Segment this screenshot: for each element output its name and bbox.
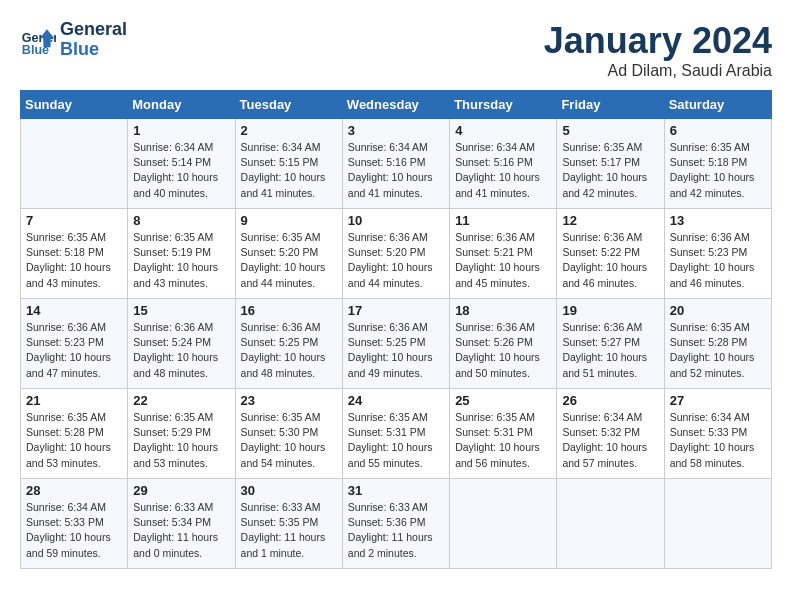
day-info: Sunrise: 6:35 AM Sunset: 5:18 PM Dayligh… [670, 140, 766, 201]
calendar-cell: 1Sunrise: 6:34 AM Sunset: 5:14 PM Daylig… [128, 119, 235, 209]
calendar-cell [664, 479, 771, 569]
weekday-header-friday: Friday [557, 91, 664, 119]
week-row-4: 21Sunrise: 6:35 AM Sunset: 5:28 PM Dayli… [21, 389, 772, 479]
day-info: Sunrise: 6:36 AM Sunset: 5:23 PM Dayligh… [26, 320, 122, 381]
day-info: Sunrise: 6:36 AM Sunset: 5:25 PM Dayligh… [241, 320, 337, 381]
day-number: 11 [455, 213, 551, 228]
day-number: 16 [241, 303, 337, 318]
day-info: Sunrise: 6:36 AM Sunset: 5:26 PM Dayligh… [455, 320, 551, 381]
weekday-header-tuesday: Tuesday [235, 91, 342, 119]
day-number: 23 [241, 393, 337, 408]
day-number: 6 [670, 123, 766, 138]
calendar-cell: 15Sunrise: 6:36 AM Sunset: 5:24 PM Dayli… [128, 299, 235, 389]
day-number: 26 [562, 393, 658, 408]
day-number: 27 [670, 393, 766, 408]
day-number: 8 [133, 213, 229, 228]
calendar-cell: 29Sunrise: 6:33 AM Sunset: 5:34 PM Dayli… [128, 479, 235, 569]
day-number: 3 [348, 123, 444, 138]
logo-icon: General Blue [20, 22, 56, 58]
calendar-cell: 27Sunrise: 6:34 AM Sunset: 5:33 PM Dayli… [664, 389, 771, 479]
calendar-cell: 2Sunrise: 6:34 AM Sunset: 5:15 PM Daylig… [235, 119, 342, 209]
title-block: January 2024 Ad Dilam, Saudi Arabia [544, 20, 772, 80]
calendar-cell: 31Sunrise: 6:33 AM Sunset: 5:36 PM Dayli… [342, 479, 449, 569]
calendar-cell: 20Sunrise: 6:35 AM Sunset: 5:28 PM Dayli… [664, 299, 771, 389]
day-number: 20 [670, 303, 766, 318]
calendar-cell: 14Sunrise: 6:36 AM Sunset: 5:23 PM Dayli… [21, 299, 128, 389]
day-number: 24 [348, 393, 444, 408]
day-number: 29 [133, 483, 229, 498]
day-number: 31 [348, 483, 444, 498]
calendar-cell: 7Sunrise: 6:35 AM Sunset: 5:18 PM Daylig… [21, 209, 128, 299]
day-number: 10 [348, 213, 444, 228]
day-number: 2 [241, 123, 337, 138]
day-info: Sunrise: 6:35 AM Sunset: 5:20 PM Dayligh… [241, 230, 337, 291]
calendar-cell: 13Sunrise: 6:36 AM Sunset: 5:23 PM Dayli… [664, 209, 771, 299]
calendar-cell: 11Sunrise: 6:36 AM Sunset: 5:21 PM Dayli… [450, 209, 557, 299]
weekday-header-sunday: Sunday [21, 91, 128, 119]
week-row-3: 14Sunrise: 6:36 AM Sunset: 5:23 PM Dayli… [21, 299, 772, 389]
day-info: Sunrise: 6:35 AM Sunset: 5:30 PM Dayligh… [241, 410, 337, 471]
day-info: Sunrise: 6:36 AM Sunset: 5:22 PM Dayligh… [562, 230, 658, 291]
day-number: 18 [455, 303, 551, 318]
calendar-cell: 28Sunrise: 6:34 AM Sunset: 5:33 PM Dayli… [21, 479, 128, 569]
page-header: General Blue General Blue January 2024 A… [20, 20, 772, 80]
week-row-1: 1Sunrise: 6:34 AM Sunset: 5:14 PM Daylig… [21, 119, 772, 209]
day-number: 4 [455, 123, 551, 138]
day-number: 25 [455, 393, 551, 408]
calendar-cell: 30Sunrise: 6:33 AM Sunset: 5:35 PM Dayli… [235, 479, 342, 569]
day-number: 28 [26, 483, 122, 498]
logo-line2: Blue [60, 40, 127, 60]
logo-line1: General [60, 20, 127, 40]
calendar-cell: 3Sunrise: 6:34 AM Sunset: 5:16 PM Daylig… [342, 119, 449, 209]
day-number: 9 [241, 213, 337, 228]
week-row-5: 28Sunrise: 6:34 AM Sunset: 5:33 PM Dayli… [21, 479, 772, 569]
calendar-cell: 8Sunrise: 6:35 AM Sunset: 5:19 PM Daylig… [128, 209, 235, 299]
calendar-table: SundayMondayTuesdayWednesdayThursdayFrid… [20, 90, 772, 569]
day-info: Sunrise: 6:35 AM Sunset: 5:18 PM Dayligh… [26, 230, 122, 291]
day-number: 7 [26, 213, 122, 228]
day-info: Sunrise: 6:36 AM Sunset: 5:24 PM Dayligh… [133, 320, 229, 381]
day-number: 30 [241, 483, 337, 498]
day-info: Sunrise: 6:35 AM Sunset: 5:28 PM Dayligh… [26, 410, 122, 471]
calendar-cell: 4Sunrise: 6:34 AM Sunset: 5:16 PM Daylig… [450, 119, 557, 209]
day-info: Sunrise: 6:35 AM Sunset: 5:28 PM Dayligh… [670, 320, 766, 381]
logo: General Blue General Blue [20, 20, 127, 60]
calendar-cell: 26Sunrise: 6:34 AM Sunset: 5:32 PM Dayli… [557, 389, 664, 479]
calendar-cell: 9Sunrise: 6:35 AM Sunset: 5:20 PM Daylig… [235, 209, 342, 299]
calendar-cell: 22Sunrise: 6:35 AM Sunset: 5:29 PM Dayli… [128, 389, 235, 479]
day-info: Sunrise: 6:34 AM Sunset: 5:33 PM Dayligh… [26, 500, 122, 561]
day-number: 13 [670, 213, 766, 228]
calendar-cell: 12Sunrise: 6:36 AM Sunset: 5:22 PM Dayli… [557, 209, 664, 299]
calendar-cell: 6Sunrise: 6:35 AM Sunset: 5:18 PM Daylig… [664, 119, 771, 209]
month-title: January 2024 [544, 20, 772, 62]
weekday-header-thursday: Thursday [450, 91, 557, 119]
calendar-cell: 23Sunrise: 6:35 AM Sunset: 5:30 PM Dayli… [235, 389, 342, 479]
weekday-header-monday: Monday [128, 91, 235, 119]
day-info: Sunrise: 6:35 AM Sunset: 5:29 PM Dayligh… [133, 410, 229, 471]
day-number: 22 [133, 393, 229, 408]
day-number: 19 [562, 303, 658, 318]
weekday-header-saturday: Saturday [664, 91, 771, 119]
calendar-cell: 5Sunrise: 6:35 AM Sunset: 5:17 PM Daylig… [557, 119, 664, 209]
day-info: Sunrise: 6:34 AM Sunset: 5:33 PM Dayligh… [670, 410, 766, 471]
day-info: Sunrise: 6:33 AM Sunset: 5:35 PM Dayligh… [241, 500, 337, 561]
day-number: 5 [562, 123, 658, 138]
calendar-cell [21, 119, 128, 209]
calendar-cell: 24Sunrise: 6:35 AM Sunset: 5:31 PM Dayli… [342, 389, 449, 479]
day-info: Sunrise: 6:35 AM Sunset: 5:31 PM Dayligh… [455, 410, 551, 471]
week-row-2: 7Sunrise: 6:35 AM Sunset: 5:18 PM Daylig… [21, 209, 772, 299]
day-number: 21 [26, 393, 122, 408]
calendar-cell: 17Sunrise: 6:36 AM Sunset: 5:25 PM Dayli… [342, 299, 449, 389]
day-info: Sunrise: 6:36 AM Sunset: 5:21 PM Dayligh… [455, 230, 551, 291]
day-info: Sunrise: 6:34 AM Sunset: 5:32 PM Dayligh… [562, 410, 658, 471]
day-info: Sunrise: 6:35 AM Sunset: 5:31 PM Dayligh… [348, 410, 444, 471]
day-number: 14 [26, 303, 122, 318]
day-info: Sunrise: 6:34 AM Sunset: 5:15 PM Dayligh… [241, 140, 337, 201]
calendar-cell: 18Sunrise: 6:36 AM Sunset: 5:26 PM Dayli… [450, 299, 557, 389]
day-info: Sunrise: 6:36 AM Sunset: 5:25 PM Dayligh… [348, 320, 444, 381]
calendar-cell: 21Sunrise: 6:35 AM Sunset: 5:28 PM Dayli… [21, 389, 128, 479]
day-info: Sunrise: 6:34 AM Sunset: 5:16 PM Dayligh… [348, 140, 444, 201]
location: Ad Dilam, Saudi Arabia [544, 62, 772, 80]
day-info: Sunrise: 6:36 AM Sunset: 5:20 PM Dayligh… [348, 230, 444, 291]
day-number: 12 [562, 213, 658, 228]
